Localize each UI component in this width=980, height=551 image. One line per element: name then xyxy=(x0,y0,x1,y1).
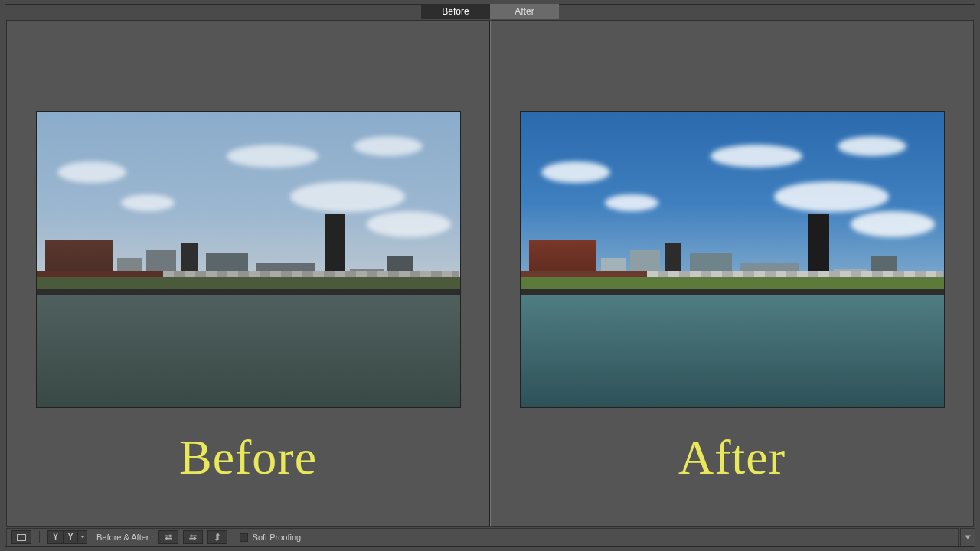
separator xyxy=(39,531,40,543)
swap-right-icon xyxy=(162,533,175,541)
swap-left-button[interactable] xyxy=(183,530,203,544)
chevron-down-icon xyxy=(964,534,972,540)
after-image[interactable] xyxy=(520,111,945,408)
tab-before[interactable]: Before xyxy=(421,4,490,19)
compare-before-y-button[interactable]: Y xyxy=(47,530,63,544)
compare-mode-group: Y Y xyxy=(47,530,87,544)
before-pane: Before xyxy=(6,20,490,527)
tab-after[interactable]: After xyxy=(490,4,559,19)
after-caption: After xyxy=(678,429,786,486)
soft-proofing-checkbox[interactable] xyxy=(240,533,248,542)
panel-collapse-button[interactable] xyxy=(960,528,975,546)
compare-after-y-button[interactable]: Y xyxy=(63,530,78,544)
swap-vertical-button[interactable] xyxy=(207,530,227,544)
swap-right-button[interactable] xyxy=(158,530,178,544)
develop-toolbar: Y Y Before & After : Soft Proofing xyxy=(6,528,959,546)
before-image[interactable] xyxy=(36,111,461,408)
swap-vertical-icon xyxy=(214,532,221,543)
compare-tabs: Before After xyxy=(421,4,559,19)
chevron-down-icon xyxy=(80,535,85,540)
compare-container: Before xyxy=(6,20,974,527)
rectangle-icon xyxy=(17,534,26,541)
swap-left-icon xyxy=(187,533,199,541)
after-pane: After xyxy=(490,20,974,527)
before-caption: Before xyxy=(179,429,317,486)
compare-mode-dropdown[interactable] xyxy=(78,530,87,544)
before-after-label: Before & After : xyxy=(96,533,154,542)
soft-proofing-label: Soft Proofing xyxy=(253,533,302,542)
loupe-view-button[interactable] xyxy=(11,530,31,544)
